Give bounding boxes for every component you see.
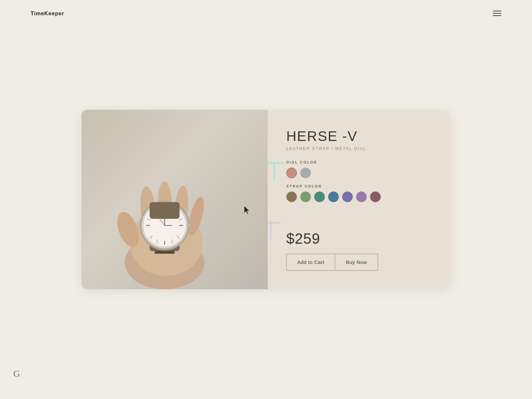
svg-rect-67 (155, 251, 175, 254)
designer-signature: G (13, 368, 20, 379)
dial-swatch-rose-gold[interactable] (286, 168, 297, 178)
product-info: HERSE -V LEATHER STRAP / METAL DIAL DIAL… (286, 128, 432, 208)
brand-logo: TimeKeeper (31, 11, 64, 17)
strap-color-section: STRAP COLOR (286, 184, 432, 202)
strap-swatch-steel-blue[interactable] (328, 192, 339, 202)
buy-now-button[interactable]: Buy Now (335, 254, 378, 271)
action-buttons: Add to Cart Buy Now (286, 254, 432, 271)
strap-swatch-sage[interactable] (300, 192, 311, 202)
strap-color-label: STRAP COLOR (286, 184, 432, 188)
svg-rect-65 (187, 224, 191, 227)
dial-color-section: DIAL COLOR (286, 160, 432, 178)
product-details: HERSE -V LEATHER STRAP / METAL DIAL DIAL… (268, 110, 451, 289)
product-image-area (81, 110, 268, 289)
strap-color-options (286, 192, 432, 202)
dial-swatch-silver[interactable] (300, 168, 311, 178)
strap-swatch-lavender[interactable] (356, 192, 367, 202)
watch-placeholder (81, 110, 268, 289)
page-wrapper: TimeKeeper (0, 0, 532, 399)
strap-swatch-mauve[interactable] (370, 192, 381, 202)
strap-swatch-purple[interactable] (342, 192, 353, 202)
menu-icon-bar2 (493, 13, 501, 14)
svg-rect-66 (150, 202, 180, 219)
menu-icon-bar3 (493, 15, 501, 16)
product-name: HERSE -V (286, 128, 432, 144)
menu-button[interactable] (493, 11, 501, 16)
menu-icon-bar1 (493, 11, 501, 11)
strap-swatch-teal[interactable] (314, 192, 325, 202)
price-section: $259 Add to Cart Buy Now (286, 230, 432, 271)
dial-color-options (286, 168, 432, 178)
product-price: $259 (286, 230, 432, 247)
product-card: HERSE -V LEATHER STRAP / METAL DIAL DIAL… (81, 110, 451, 289)
product-subtitle: LEATHER STRAP / METAL DIAL (286, 146, 432, 151)
strap-swatch-brown[interactable] (286, 192, 297, 202)
add-to-cart-button[interactable]: Add to Cart (286, 254, 335, 271)
dial-color-label: DIAL COLOR (286, 160, 432, 164)
